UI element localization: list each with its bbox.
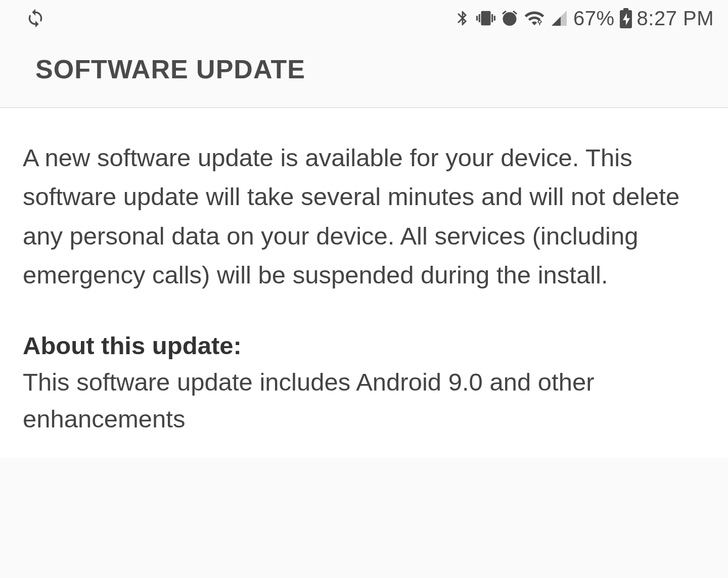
alarm-icon	[500, 9, 519, 27]
update-intro-text: A new software update is available for y…	[23, 138, 705, 295]
signal-icon	[550, 9, 568, 27]
sync-icon	[25, 8, 46, 28]
about-body: This software update includes Android 9.…	[23, 364, 705, 438]
svg-rect-1	[623, 8, 628, 11]
about-heading: About this update:	[23, 328, 705, 364]
bluetooth-icon	[454, 10, 471, 27]
content-area: A new software update is available for y…	[0, 108, 728, 458]
page-title: SOFTWARE UPDATE	[35, 54, 693, 84]
battery-charging-icon	[620, 8, 632, 28]
status-right: 67% 8:27 PM	[454, 7, 714, 30]
status-left	[25, 8, 46, 28]
page-header: SOFTWARE UPDATE	[0, 36, 728, 108]
clock-time: 8:27 PM	[637, 7, 714, 30]
wifi-icon	[524, 8, 545, 29]
status-bar: 67% 8:27 PM	[0, 0, 728, 36]
battery-percent: 67%	[573, 7, 615, 30]
vibrate-icon	[476, 9, 495, 28]
